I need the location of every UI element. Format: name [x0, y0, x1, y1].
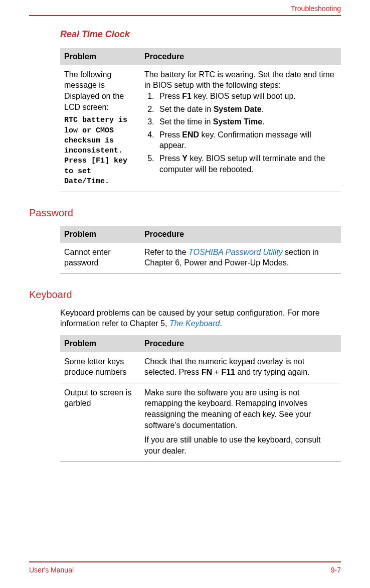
table-row: Cannot enter password Refer to the TOSHI… — [60, 243, 341, 274]
text: Press — [159, 154, 182, 163]
kb2-procedure: Make sure the software you are using is … — [140, 383, 341, 462]
text: Set the date in — [159, 105, 214, 113]
kb1-problem: Some letter keys produce numbers — [60, 352, 140, 383]
table-header-row: Problem Procedure — [60, 335, 341, 352]
pw-problem: Cannot enter password — [60, 243, 140, 274]
text: + — [212, 368, 221, 376]
link-toshiba-password-utility[interactable]: TOSHIBA Password Utility — [189, 248, 283, 256]
rtc-steps: Press F1 key. BIOS setup will boot up. S… — [144, 91, 337, 175]
rtc-step-4: Press END key. Confirmation message will… — [156, 129, 337, 151]
key-f11: F11 — [221, 368, 235, 376]
rtc-step-2: Set the date in System Date. — [156, 104, 337, 115]
keyboard-intro: Keyboard problems can be caused by your … — [60, 308, 341, 329]
header-breadcrumb: Troubleshooting — [291, 4, 341, 14]
kb1-procedure: Check that the numeric keypad overlay is… — [140, 352, 341, 383]
rtc-step-3: Set the time in System Time. — [156, 116, 337, 127]
rtc-problem-message: RTC battery is low or CMOS checksum is i… — [64, 115, 136, 187]
text: . — [262, 117, 264, 126]
text: and try typing again. — [235, 368, 310, 376]
link-the-keyboard[interactable]: The Keyboard — [169, 319, 220, 328]
th-problem: Problem — [60, 335, 140, 352]
rtc-procedure-intro: The battery for RTC is wearing. Set the … — [144, 69, 337, 91]
rtc-table: Problem Procedure The following message … — [60, 48, 341, 192]
footer-rule — [29, 561, 341, 562]
table-header-row: Problem Procedure — [60, 226, 341, 243]
text: Refer to the — [144, 248, 189, 256]
section-title-password: Password — [29, 206, 341, 220]
rtc-procedure-cell: The battery for RTC is wearing. Set the … — [140, 65, 341, 192]
text: Set the time in — [159, 117, 213, 126]
rtc-problem-intro: The following message is Displayed on th… — [64, 69, 136, 112]
header-rule — [29, 15, 341, 16]
keyboard-table: Problem Procedure Some letter keys produ… — [60, 335, 341, 462]
text: key. BIOS setup will boot up. — [192, 92, 296, 100]
th-procedure: Procedure — [140, 48, 341, 65]
password-table: Problem Procedure Cannot enter password … — [60, 226, 341, 274]
page-footer: User's Manual 9-7 — [29, 561, 341, 575]
footer-page-number: 9-7 — [331, 565, 341, 575]
table-row: The following message is Displayed on th… — [60, 65, 341, 192]
rtc-step-1: Press F1 key. BIOS setup will boot up. — [156, 91, 337, 102]
th-problem: Problem — [60, 226, 140, 243]
text: . — [262, 105, 264, 113]
key-fn: FN — [202, 368, 212, 376]
text: . — [220, 319, 222, 328]
pw-procedure: Refer to the TOSHIBA Password Utility se… — [140, 243, 341, 274]
system-time: System Time — [213, 117, 262, 126]
rtc-step-5: Press Y key. BIOS setup will terminate a… — [156, 153, 337, 175]
th-procedure: Procedure — [140, 335, 341, 352]
table-header-row: Problem Procedure — [60, 48, 341, 65]
key-f1: F1 — [182, 92, 192, 100]
kb2-problem: Output to screen is garbled — [60, 383, 140, 462]
table-row: Some letter keys produce numbers Check t… — [60, 352, 341, 383]
th-problem: Problem — [60, 48, 140, 65]
kb2-p1: Make sure the software you are using is … — [144, 387, 337, 430]
table-row: Output to screen is garbled Make sure th… — [60, 383, 341, 462]
page-content: Real Time Clock Problem Procedure The fo… — [29, 24, 341, 553]
text: Press — [159, 130, 182, 139]
kb2-p2: If you are still unable to use the keybo… — [144, 434, 337, 456]
text: Press — [159, 92, 182, 100]
key-y: Y — [182, 154, 188, 163]
system-date: System Date — [214, 105, 262, 113]
footer-manual-label: User's Manual — [29, 565, 74, 575]
key-end: END — [182, 130, 199, 139]
section-title-rtc: Real Time Clock — [60, 28, 341, 40]
th-procedure: Procedure — [140, 226, 341, 243]
section-title-keyboard: Keyboard — [29, 288, 341, 302]
rtc-problem-cell: The following message is Displayed on th… — [60, 65, 140, 192]
